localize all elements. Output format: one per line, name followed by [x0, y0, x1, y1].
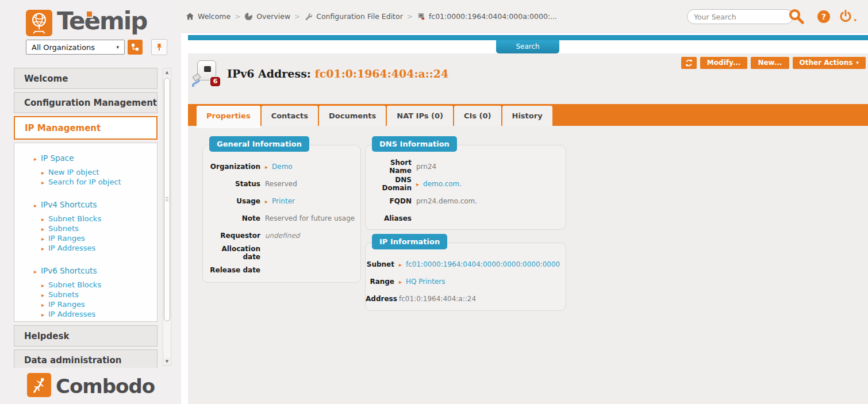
bullet-arrow-icon: ▸ [41, 302, 44, 308]
menu-item-ipv4-ip-ranges[interactable]: ▸IP Ranges [14, 234, 157, 244]
field-subnet: Subnet ▸fc01:0000:1964:0404:0000:0000:00… [366, 256, 566, 273]
breadcrumb-item-welcome[interactable]: Welcome [186, 12, 231, 21]
breadcrumb: Welcome > Overview > Configuration File … [186, 0, 557, 33]
link-arrow-icon: ▸ [399, 261, 402, 268]
wrench-icon [304, 12, 313, 21]
menu-item-search-for-ip-object[interactable]: ▸Search for IP object [14, 178, 157, 187]
bullet-arrow-icon: ▸ [41, 170, 44, 176]
field-status: Status Reserved [203, 175, 360, 193]
combodo-brand-name: Combodo [56, 375, 155, 398]
usage-link[interactable]: Printer [272, 197, 295, 205]
menu-item-ipv6-subnet-blocks[interactable]: ▸Subnet Blocks [14, 280, 157, 290]
modify-button[interactable]: Modify... [700, 57, 748, 69]
global-search-tab[interactable]: Search [496, 40, 559, 53]
ipv6-badge: 6 [210, 77, 220, 86]
link-arrow-icon: ▸ [265, 198, 268, 205]
home-icon [186, 12, 194, 21]
sidebar-item-data-administration[interactable]: Data administration [14, 349, 158, 368]
chevron-down-icon: ▾ [856, 57, 859, 69]
link-arrow-icon: ▸ [265, 164, 268, 170]
scrollbar-thumb[interactable] [164, 78, 170, 321]
main-area: Welcome > Overview > Configuration File … [181, 0, 868, 404]
refresh-button[interactable] [681, 57, 697, 69]
subnet-link[interactable]: fc01:0000:1964:0404:0000:0000:0000:0000 [406, 260, 560, 268]
menu-group-ipv6-shortcuts[interactable]: ▸IPv6 Shortcuts [14, 266, 157, 275]
field-organization: Organization ▸Demo [203, 158, 360, 175]
pin-menu-button[interactable] [151, 39, 167, 55]
menu-item-ipv4-subnets[interactable]: ▸Subnets [14, 224, 157, 234]
organization-link[interactable]: Demo [272, 163, 293, 171]
menu-item-ipv6-subnets[interactable]: ▸Subnets [14, 290, 157, 300]
menu-item-new-ip-object[interactable]: ▸New IP object [14, 168, 157, 178]
chevron-down-icon: ▾ [116, 44, 119, 50]
sidebar: Teemip All Organizations ▾ Welcome C [0, 0, 181, 404]
organization-select[interactable]: All Organizations ▾ [26, 40, 125, 55]
search-icon[interactable] [788, 7, 805, 25]
tab-properties[interactable]: Properties [197, 106, 260, 128]
panel-title: IP Information [372, 234, 447, 249]
sidebar-item-label: Data administration [24, 355, 121, 365]
sidebar-scrollbar[interactable]: ▲ ▼ [163, 68, 171, 366]
field-range: Range ▸HQ Printers [366, 273, 566, 290]
other-actions-button[interactable]: Other Actions▾ [793, 57, 866, 69]
tab-cis[interactable]: CIs (0) [454, 106, 501, 126]
bullet-arrow-icon: ▸ [41, 311, 44, 318]
bullet-arrow-icon: ▸ [34, 156, 37, 162]
field-requestor: Requestor undefined [203, 227, 360, 244]
breadcrumb-item-configuration-file-editor[interactable]: Configuration File Editor [304, 12, 403, 21]
sidebar-item-welcome[interactable]: Welcome [14, 68, 158, 89]
sidebar-item-ip-management[interactable]: IP Management [14, 116, 158, 140]
scrollbar-down-button[interactable]: ▼ [163, 357, 171, 365]
sidebar-item-helpdesk[interactable]: Helpdesk [14, 325, 158, 347]
menu-group-ip-space[interactable]: ▸IP Space [14, 153, 157, 163]
bullet-arrow-icon: ▸ [41, 226, 44, 232]
power-icon [839, 9, 852, 23]
new-button[interactable]: New... [751, 57, 789, 69]
scrollbar-up-button[interactable]: ▲ [163, 68, 171, 76]
hierarchy-toggle-button[interactable] [128, 40, 143, 55]
object-toolbar: Modify... New... Other Actions▾ [681, 57, 866, 69]
dns-domain-link[interactable]: demo.com. [423, 180, 462, 188]
general-information-panel: General Information Organization ▸Demo S… [202, 145, 361, 283]
help-button[interactable]: ? [817, 10, 830, 23]
combodo-logo [27, 373, 51, 397]
menu-item-ipv6-ip-addresses[interactable]: ▸IP Addresses [14, 310, 157, 320]
object-tabs: Properties Contacts Documents NAT IPs (0… [188, 104, 868, 126]
bullet-arrow-icon: ▸ [34, 268, 37, 275]
breadcrumb-item-current-object[interactable]: fc01:0000:1964:0404:000a:0000:... [417, 12, 557, 21]
logout-button[interactable]: ▾ [839, 9, 857, 23]
range-link[interactable]: HQ Printers [406, 278, 445, 286]
tab-history[interactable]: History [502, 106, 552, 126]
ip-object-icon [417, 12, 425, 21]
field-address: Address fc01:0:1964:404:a::24 [366, 290, 566, 307]
bullet-arrow-icon: ▸ [41, 282, 44, 288]
gecko-icon [29, 375, 49, 395]
breadcrumb-separator: > [407, 13, 413, 21]
breadcrumb-item-overview[interactable]: Overview [244, 12, 290, 21]
sidebar-item-label: Helpdesk [24, 331, 69, 341]
bullet-arrow-icon: ▸ [41, 236, 44, 242]
bullet-arrow-icon: ▸ [41, 216, 44, 222]
breadcrumb-separator: > [294, 13, 300, 21]
object-header: 6 IPv6 Address: fc01:0:1964:404:a::24 [193, 59, 448, 88]
content-area: Modify... New... Other Actions▾ 6 IPv6 A… [188, 53, 868, 404]
menu-item-ipv4-ip-addresses[interactable]: ▸IP Addresses [14, 244, 157, 253]
field-allocation-date: Allocation date [203, 244, 360, 261]
menu-item-ipv4-subnet-blocks[interactable]: ▸Subnet Blocks [14, 214, 157, 224]
menu-item-ipv6-ip-ranges[interactable]: ▸IP Ranges [14, 300, 157, 310]
refresh-icon [685, 59, 693, 67]
tab-contacts[interactable]: Contacts [262, 106, 318, 126]
sidebar-item-configuration-management[interactable]: Configuration Management [14, 92, 158, 113]
link-arrow-icon: ▸ [416, 181, 419, 187]
tab-nat-ips[interactable]: NAT IPs (0) [387, 106, 453, 126]
pushpin-icon [155, 43, 164, 52]
tab-documents[interactable]: Documents [319, 106, 386, 126]
menu-group-ipv4-shortcuts[interactable]: ▸IPv4 Shortcuts [14, 200, 157, 209]
ip-information-panel: IP Information Subnet ▸fc01:0000:1964:04… [365, 243, 566, 311]
bullet-arrow-icon: ▸ [34, 202, 37, 209]
field-aliases: Aliases [366, 210, 566, 227]
search-input[interactable] [687, 9, 793, 24]
teemip-logo[interactable] [26, 10, 52, 36]
rj45-port-shape [204, 66, 211, 72]
field-release-date: Release date [203, 261, 360, 279]
